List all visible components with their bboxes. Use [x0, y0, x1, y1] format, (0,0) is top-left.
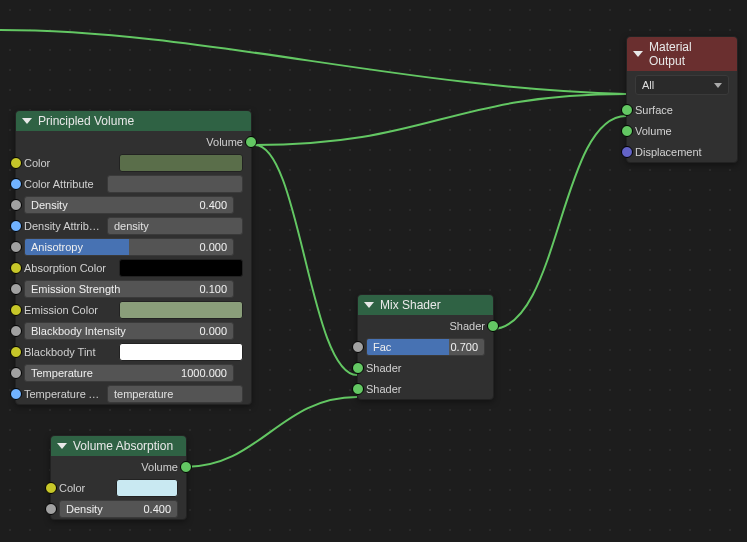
socket-out-volume[interactable] [180, 461, 192, 473]
socket-in[interactable] [10, 283, 22, 295]
color-swatch[interactable] [116, 479, 178, 497]
socket-in[interactable] [10, 241, 22, 253]
input-blackbody-intensity: Blackbody Intensity 0.000 [16, 320, 251, 341]
blackbody-intensity-slider[interactable]: Blackbody Intensity 0.000 [24, 322, 234, 340]
socket-in-volume[interactable] [621, 125, 633, 137]
node-volume-absorption[interactable]: Volume Absorption Volume Color Density 0… [50, 435, 187, 520]
node-mix-shader[interactable]: Mix Shader Shader Fac 0.700 Shader Shade… [357, 294, 494, 400]
socket-in[interactable] [352, 341, 364, 353]
input-density: Density 0.400 [16, 194, 251, 215]
text-input[interactable]: density [107, 217, 243, 235]
input-density: Density 0.400 [51, 498, 186, 519]
input-temperature: Temperature 1000.000 [16, 362, 251, 383]
color-swatch[interactable] [119, 343, 243, 361]
socket-in[interactable] [10, 220, 22, 232]
emission-strength-slider[interactable]: Emission Strength 0.100 [24, 280, 234, 298]
input-blackbody-tint: Blackbody Tint [16, 341, 251, 362]
color-swatch[interactable] [119, 259, 243, 277]
input-anisotropy: Anisotropy 0.000 [16, 236, 251, 257]
socket-in[interactable] [10, 262, 22, 274]
color-swatch[interactable] [119, 301, 243, 319]
input-fac: Fac 0.700 [358, 336, 493, 357]
input-temperature-attribute: Temperature A.. temperature [16, 383, 251, 404]
node-header[interactable]: Mix Shader [358, 295, 493, 315]
fac-slider[interactable]: Fac 0.700 [366, 338, 485, 356]
input-emission-strength: Emission Strength 0.100 [16, 278, 251, 299]
chevron-down-icon[interactable] [57, 443, 67, 449]
input-shader-2: Shader [358, 378, 493, 399]
socket-in[interactable] [10, 367, 22, 379]
socket-in[interactable] [10, 304, 22, 316]
chevron-down-icon [714, 83, 722, 88]
color-swatch[interactable] [119, 154, 243, 172]
output-volume: Volume [51, 456, 186, 477]
density-slider[interactable]: Density 0.400 [59, 500, 178, 518]
socket-in-surface[interactable] [621, 104, 633, 116]
socket-in-color[interactable] [10, 157, 22, 169]
socket-in-shader[interactable] [352, 362, 364, 374]
input-displacement: Displacement [627, 141, 737, 162]
input-shader-1: Shader [358, 357, 493, 378]
socket-out-volume[interactable] [245, 136, 257, 148]
target-dropdown[interactable]: All [635, 75, 729, 95]
socket-out-shader[interactable] [487, 320, 499, 332]
node-title: Volume Absorption [73, 439, 173, 453]
anisotropy-slider[interactable]: Anisotropy 0.000 [24, 238, 234, 256]
socket-in[interactable] [10, 178, 22, 190]
socket-in[interactable] [10, 388, 22, 400]
text-input[interactable] [107, 175, 243, 193]
input-color-attribute: Color Attribute [16, 173, 251, 194]
socket-in-shader[interactable] [352, 383, 364, 395]
chevron-down-icon[interactable] [22, 118, 32, 124]
dropdown-value: All [642, 79, 654, 91]
chevron-down-icon[interactable] [633, 51, 643, 57]
input-emission-color: Emission Color [16, 299, 251, 320]
chevron-down-icon[interactable] [364, 302, 374, 308]
socket-in-displacement[interactable] [621, 146, 633, 158]
node-header[interactable]: Principled Volume [16, 111, 251, 131]
temperature-slider[interactable]: Temperature 1000.000 [24, 364, 234, 382]
node-title: Mix Shader [380, 298, 441, 312]
input-volume: Volume [627, 120, 737, 141]
node-title: Principled Volume [38, 114, 134, 128]
output-volume: Volume [16, 131, 251, 152]
socket-in[interactable] [45, 503, 57, 515]
text-input[interactable]: temperature [107, 385, 243, 403]
output-shader: Shader [358, 315, 493, 336]
node-material-output[interactable]: Material Output All Surface Volume Displ… [626, 36, 738, 163]
input-color: Color [51, 477, 186, 498]
socket-in[interactable] [10, 199, 22, 211]
socket-in[interactable] [10, 325, 22, 337]
input-surface: Surface [627, 99, 737, 120]
node-header[interactable]: Material Output [627, 37, 737, 71]
input-absorption-color: Absorption Color [16, 257, 251, 278]
node-title: Material Output [649, 40, 731, 68]
density-slider[interactable]: Density 0.400 [24, 196, 234, 214]
socket-in[interactable] [10, 346, 22, 358]
node-header[interactable]: Volume Absorption [51, 436, 186, 456]
input-density-attribute: Density Attribu.. density [16, 215, 251, 236]
input-color: Color [16, 152, 251, 173]
socket-in[interactable] [45, 482, 57, 494]
node-principled-volume[interactable]: Principled Volume Volume Color Color Att… [15, 110, 252, 405]
